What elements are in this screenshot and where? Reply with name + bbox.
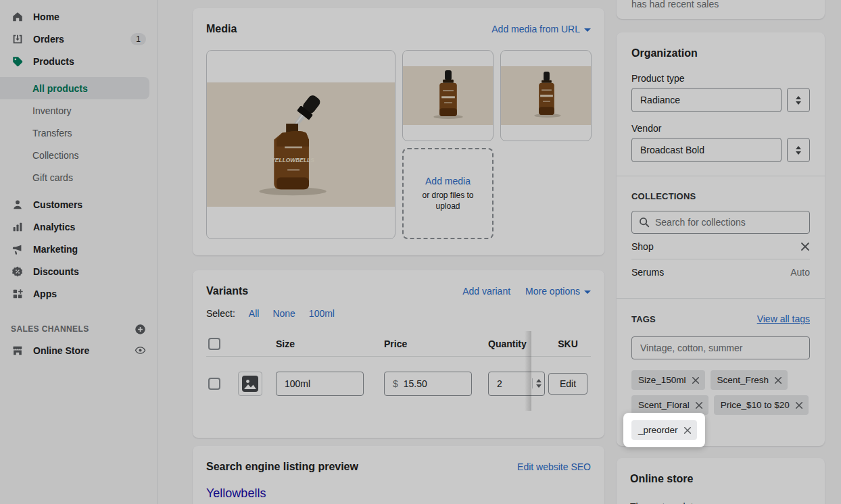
- orders-icon: [11, 32, 24, 46]
- variant-row-checkbox[interactable]: [208, 378, 220, 390]
- quantity-spin-buttons: [532, 378, 544, 388]
- collection-name: Serums: [631, 267, 664, 278]
- sidebar-item-label: Marketing: [33, 244, 78, 255]
- sidebar: Home Orders 1 Products All products Inve…: [0, 0, 158, 504]
- organization-title: Organization: [631, 47, 810, 59]
- sidebar-item-gift-cards[interactable]: Gift cards: [0, 166, 157, 188]
- sidebar-item-orders[interactable]: Orders 1: [0, 28, 157, 50]
- variant-price-value[interactable]: [404, 378, 458, 389]
- select-none-link[interactable]: None: [272, 308, 295, 319]
- variant-size-input[interactable]: [276, 372, 364, 396]
- seo-preview-title[interactable]: Yellowbells: [206, 486, 591, 501]
- organization-section: Organization Product type Vendor: [617, 32, 825, 176]
- tag-pill: Scent_Fresh: [711, 370, 788, 390]
- close-icon: [695, 401, 703, 409]
- product-photo: [501, 66, 591, 126]
- add-variant-link[interactable]: Add variant: [462, 286, 510, 297]
- product-photo: [403, 66, 493, 126]
- remove-tag-button[interactable]: [683, 426, 692, 434]
- sidebar-item-marketing[interactable]: Marketing: [0, 238, 157, 260]
- close-icon: [795, 401, 803, 409]
- sidebar-item-inventory[interactable]: Inventory: [0, 99, 157, 122]
- sub-item-label: Transfers: [32, 128, 72, 138]
- select-all-checkbox[interactable]: [208, 338, 220, 350]
- variant-quantity-stepper[interactable]: [488, 378, 545, 389]
- chevron-down-icon: [796, 101, 801, 105]
- media-card: Media Add media from URL: [193, 8, 604, 255]
- recent-sales-note: has had recent sales: [631, 0, 719, 9]
- vendor-input[interactable]: [631, 138, 782, 162]
- products-tag-icon: [11, 55, 24, 68]
- sidebar-item-apps[interactable]: Apps: [0, 282, 157, 305]
- sidebar-item-all-products[interactable]: All products: [0, 77, 149, 99]
- sidebar-item-collections[interactable]: Collections: [0, 144, 157, 166]
- select-all-link[interactable]: All: [249, 308, 260, 319]
- column-header-quantity: Quantity: [488, 338, 545, 349]
- sidebar-item-products[interactable]: Products: [0, 50, 157, 72]
- sidebar-item-discounts[interactable]: Discounts: [0, 260, 157, 282]
- tag-pill-preorder: _preorder: [631, 420, 697, 440]
- view-online-store-eye-icon[interactable]: [135, 345, 146, 356]
- sub-item-label: Gift cards: [32, 172, 73, 183]
- product-image-main[interactable]: YELLOWBELLS: [206, 50, 395, 239]
- drop-files-hint: or drop files to upload: [411, 191, 485, 211]
- quantity-decrease-button[interactable]: [533, 384, 544, 389]
- chevron-down-icon: [584, 291, 591, 294]
- tag-label: _preorder: [638, 425, 678, 435]
- remove-tag-button[interactable]: [774, 376, 782, 384]
- analytics-icon: [11, 220, 24, 234]
- product-type-select-button[interactable]: [787, 88, 810, 112]
- tags-section: TAGS View all tags Size_150ml Scent_Fres…: [617, 299, 825, 453]
- quantity-increase-button[interactable]: [533, 378, 544, 384]
- variant-image-button[interactable]: [238, 372, 262, 396]
- remove-tag-button[interactable]: [795, 401, 803, 409]
- sub-item-label: Collections: [32, 150, 78, 161]
- sidebar-item-transfers[interactable]: Transfers: [0, 122, 157, 144]
- sidebar-item-online-store[interactable]: Online Store: [0, 339, 157, 361]
- product-image-thumb-1[interactable]: [402, 50, 494, 141]
- image-placeholder-icon: [241, 375, 259, 393]
- product-image-thumb-2[interactable]: [500, 50, 592, 141]
- variant-price-input[interactable]: $: [384, 372, 472, 396]
- remove-tag-button[interactable]: [695, 401, 703, 409]
- tag-label: Size_150ml: [638, 375, 686, 385]
- product-type-input[interactable]: [631, 88, 782, 112]
- sidebar-item-analytics[interactable]: Analytics: [0, 216, 157, 238]
- add-sales-channel-button[interactable]: [135, 324, 146, 335]
- sidebar-item-label: Customers: [33, 199, 82, 210]
- tag-label: Scent_Fresh: [717, 375, 769, 385]
- tag-pill: Scent_Floral: [631, 395, 708, 415]
- customers-icon: [11, 198, 24, 211]
- add-media-from-url-label: Add media from URL: [491, 24, 580, 34]
- more-options-link[interactable]: More options: [525, 286, 591, 297]
- shopify-admin-product-page: Home Orders 1 Products All products Inve…: [0, 0, 841, 504]
- search-icon: [638, 216, 650, 228]
- collection-auto-badge: Auto: [790, 267, 810, 278]
- products-sub-nav: All products Inventory Transfers Collect…: [0, 77, 157, 188]
- variant-row: $ Edit: [206, 357, 591, 411]
- collection-item-serums: Serums Auto: [631, 259, 810, 284]
- sidebar-item-home[interactable]: Home: [0, 5, 157, 28]
- sub-item-label: Inventory: [32, 105, 72, 116]
- edit-website-seo-link[interactable]: Edit website SEO: [517, 461, 591, 472]
- tags-input[interactable]: [631, 336, 810, 359]
- add-media-link[interactable]: Add media: [425, 176, 471, 186]
- home-icon: [11, 10, 24, 24]
- sidebar-item-label: Orders: [33, 34, 64, 45]
- collections-search-input[interactable]: [631, 211, 810, 234]
- variants-card: Variants Add variant More options Select…: [193, 270, 604, 438]
- remove-collection-button[interactable]: [800, 242, 810, 251]
- vendor-select-button[interactable]: [787, 138, 810, 162]
- vendor-label: Vendor: [631, 123, 810, 134]
- sidebar-item-label: Analytics: [33, 222, 75, 232]
- close-icon: [692, 376, 700, 384]
- add-media-dropzone[interactable]: Add media or drop files to upload: [402, 148, 494, 239]
- sidebar-item-customers[interactable]: Customers: [0, 193, 157, 216]
- remove-tag-button[interactable]: [692, 376, 700, 384]
- select-label: Select:: [206, 308, 235, 319]
- select-100ml-link[interactable]: 100ml: [309, 308, 335, 319]
- variant-edit-button[interactable]: Edit: [548, 373, 587, 395]
- column-header-price: Price: [384, 338, 472, 349]
- view-all-tags-link[interactable]: View all tags: [757, 313, 810, 324]
- add-media-from-url-link[interactable]: Add media from URL: [491, 24, 591, 34]
